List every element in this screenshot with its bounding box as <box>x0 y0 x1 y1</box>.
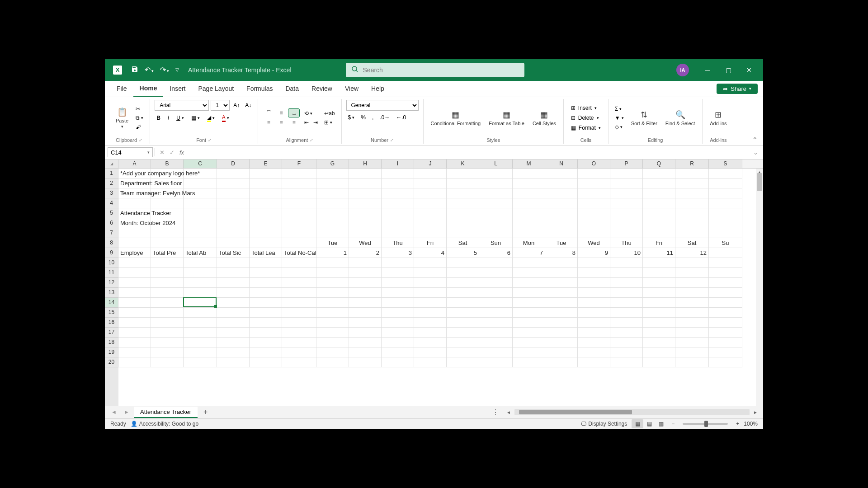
comma-button[interactable]: , <box>370 113 375 122</box>
cell[interactable] <box>675 328 709 338</box>
cell[interactable] <box>675 268 709 278</box>
cell[interactable] <box>675 288 709 298</box>
row-header[interactable]: 19 <box>105 347 118 357</box>
cell[interactable] <box>382 288 414 298</box>
cell[interactable] <box>414 208 447 218</box>
cell[interactable]: 3 <box>382 248 414 258</box>
cell[interactable] <box>479 218 513 228</box>
cell[interactable] <box>184 278 217 288</box>
cell[interactable] <box>282 347 316 357</box>
cell[interactable] <box>513 298 545 308</box>
cell[interactable] <box>675 198 709 208</box>
search-box[interactable] <box>346 63 524 77</box>
accessibility-status[interactable]: 👤Accessibility: Good to go <box>126 421 203 427</box>
cell[interactable] <box>250 298 282 308</box>
cell[interactable] <box>610 218 643 228</box>
cell[interactable] <box>316 288 349 298</box>
cell[interactable] <box>610 268 643 278</box>
cell[interactable] <box>184 347 217 357</box>
cell[interactable] <box>610 308 643 318</box>
maximize-button[interactable]: ▢ <box>718 59 739 81</box>
cell[interactable] <box>217 288 250 298</box>
cell[interactable] <box>217 228 250 238</box>
cell[interactable] <box>643 347 675 357</box>
cell[interactable]: *Add your company logo here* <box>118 169 151 178</box>
cell[interactable] <box>414 268 447 278</box>
cell[interactable] <box>675 338 709 347</box>
cell[interactable]: 5 <box>447 248 479 258</box>
increase-indent-button[interactable]: ⇥ <box>311 118 320 127</box>
cell[interactable] <box>545 357 578 367</box>
cell[interactable] <box>643 228 675 238</box>
accounting-format-button[interactable]: $▾ <box>346 113 357 122</box>
row-header[interactable]: 2 <box>105 178 118 188</box>
cell[interactable] <box>414 347 447 357</box>
cell[interactable]: Total No-Call No-Sh <box>282 248 316 258</box>
cell[interactable] <box>643 278 675 288</box>
align-top-button[interactable]: ⎴ <box>263 108 274 117</box>
page-layout-view-button[interactable]: ▤ <box>643 419 655 428</box>
cell[interactable] <box>643 338 675 347</box>
row-header[interactable]: 7 <box>105 228 118 238</box>
cell[interactable] <box>316 308 349 318</box>
name-box[interactable]: C14▾ <box>108 147 153 157</box>
cell[interactable]: 1 <box>316 248 349 258</box>
cell[interactable]: Su <box>709 238 742 248</box>
cell[interactable] <box>282 308 316 318</box>
cell[interactable] <box>151 357 184 367</box>
cell[interactable] <box>545 208 578 218</box>
cell[interactable] <box>184 218 217 228</box>
row-header[interactable]: 3 <box>105 188 118 198</box>
cell[interactable] <box>447 268 479 278</box>
cell[interactable] <box>250 208 282 218</box>
cell[interactable] <box>118 258 151 268</box>
cell[interactable] <box>545 228 578 238</box>
cell[interactable] <box>545 169 578 178</box>
cell[interactable] <box>316 198 349 208</box>
row-header[interactable]: 15 <box>105 308 118 318</box>
cell[interactable] <box>643 268 675 278</box>
cell[interactable] <box>675 298 709 308</box>
cell[interactable] <box>643 188 675 198</box>
column-header[interactable]: R <box>675 160 709 168</box>
cell[interactable] <box>643 298 675 308</box>
cell[interactable] <box>578 357 610 367</box>
cell[interactable] <box>479 308 513 318</box>
save-icon[interactable] <box>131 66 138 75</box>
cell[interactable] <box>447 357 479 367</box>
cell[interactable] <box>578 288 610 298</box>
cell[interactable] <box>709 169 742 178</box>
column-header[interactable]: H <box>349 160 382 168</box>
cell[interactable] <box>643 357 675 367</box>
fill-color-button[interactable]: ◢▾ <box>205 113 217 123</box>
cell[interactable]: Tue <box>545 238 578 248</box>
cell[interactable] <box>709 318 742 328</box>
column-header[interactable]: I <box>382 160 414 168</box>
cell[interactable] <box>282 278 316 288</box>
cell[interactable] <box>447 258 479 268</box>
cell[interactable] <box>184 238 217 248</box>
addins-button[interactable]: ⊞Add-ins <box>707 108 729 128</box>
cell[interactable] <box>349 357 382 367</box>
cell[interactable] <box>610 338 643 347</box>
alignment-launcher-icon[interactable]: ⤢ <box>310 138 313 142</box>
cell[interactable]: 7 <box>513 248 545 258</box>
qat-dropdown-icon[interactable]: ▽ <box>175 67 179 72</box>
row-header[interactable]: 9 <box>105 248 118 258</box>
cell[interactable] <box>118 238 151 248</box>
cell[interactable] <box>709 308 742 318</box>
cell[interactable] <box>349 258 382 268</box>
cell[interactable] <box>250 338 282 347</box>
cell[interactable] <box>545 258 578 268</box>
cell[interactable] <box>217 308 250 318</box>
cell[interactable] <box>382 208 414 218</box>
minimize-button[interactable]: ─ <box>697 59 718 81</box>
cell[interactable] <box>382 278 414 288</box>
share-button[interactable]: ➦ Share ▾ <box>717 84 758 94</box>
cell[interactable] <box>282 228 316 238</box>
cell[interactable] <box>578 318 610 328</box>
display-settings-button[interactable]: 🖵Display Settings <box>576 421 632 427</box>
cell[interactable] <box>643 208 675 218</box>
cell[interactable] <box>545 278 578 288</box>
cell[interactable] <box>414 258 447 268</box>
